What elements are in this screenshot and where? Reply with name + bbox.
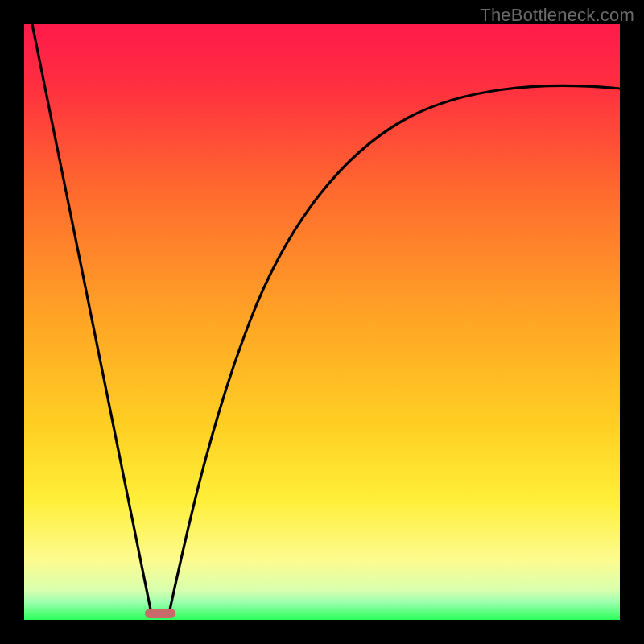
curve-left-branch (32, 24, 151, 613)
watermark-text: TheBottleneck.com (480, 5, 634, 26)
optimal-marker (145, 609, 175, 618)
curve-right-branch (169, 85, 620, 613)
chart-frame (24, 24, 620, 620)
bottleneck-curve (24, 24, 620, 620)
